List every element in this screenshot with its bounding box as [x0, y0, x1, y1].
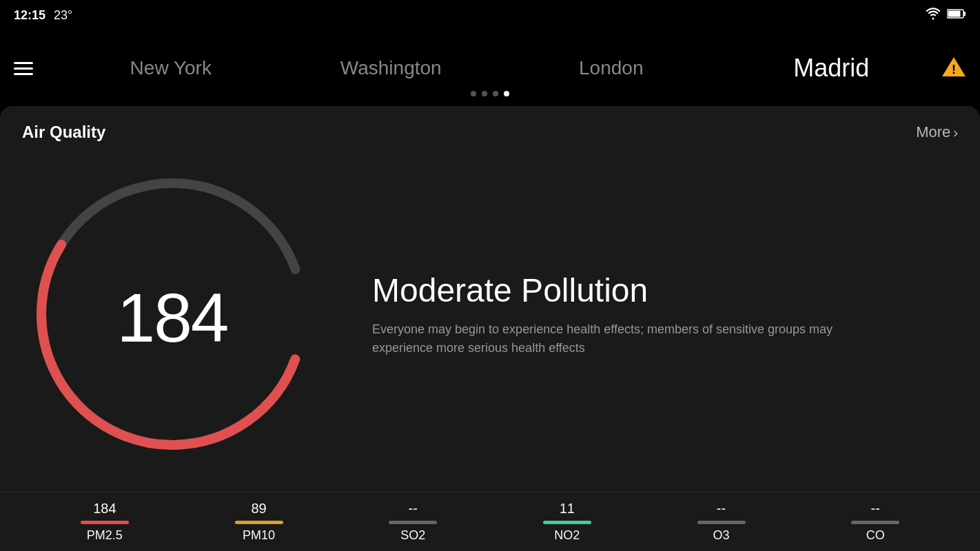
- air-quality-title: Air Quality: [22, 123, 105, 142]
- pollutant-pm25: 184 PM2.5: [28, 501, 182, 543]
- pm25-indicator: [81, 521, 129, 524]
- no2-indicator: [543, 521, 591, 524]
- so2-name: SO2: [400, 528, 425, 543]
- city-tab-washington[interactable]: Washington: [281, 57, 502, 79]
- pollution-desc: Everyone may begin to experience health …: [372, 320, 855, 357]
- more-link[interactable]: More ›: [916, 123, 958, 141]
- nav-dots: [471, 91, 509, 96]
- main-content: Air Quality More › 184 Moderate Pollutio…: [0, 106, 980, 551]
- city-name-madrid: Madrid: [793, 54, 869, 82]
- menu-icon[interactable]: [14, 62, 33, 75]
- so2-indicator: [389, 521, 437, 524]
- gauge-value: 184: [117, 278, 228, 357]
- nav-dot-4: [504, 91, 509, 96]
- city-tabs: New York Washington London Madrid: [61, 54, 941, 83]
- co-indicator: [851, 521, 899, 524]
- more-chevron-icon: ›: [953, 125, 958, 141]
- co-value: --: [871, 501, 880, 517]
- pm10-name: PM10: [243, 528, 275, 543]
- nav-bar: New York Washington London Madrid !: [0, 30, 980, 106]
- status-bar: 12:15 23°: [0, 0, 980, 30]
- city-name-new-york: New York: [130, 57, 212, 79]
- o3-indicator: [697, 521, 746, 524]
- o3-value: --: [717, 501, 726, 517]
- nav-dot-1: [471, 91, 476, 96]
- wifi-icon: [925, 8, 941, 23]
- pollutant-no2: 11 NO2: [490, 501, 644, 543]
- status-left: 12:15 23°: [14, 8, 72, 23]
- alert-icon[interactable]: !: [941, 56, 966, 81]
- pollutant-bar: 184 PM2.5 89 PM10 -- SO2 11 NO2 -- O3 --…: [0, 492, 980, 551]
- pm25-name: PM2.5: [87, 528, 123, 543]
- pollution-level: Moderate Pollution: [372, 271, 939, 309]
- more-label: More: [916, 123, 950, 141]
- no2-value: 11: [560, 501, 575, 517]
- status-time: 12:15: [14, 8, 45, 23]
- gauge-section: 184 Moderate Pollution Everyone may begi…: [0, 142, 980, 486]
- co-name: CO: [866, 528, 885, 543]
- so2-value: --: [409, 501, 418, 517]
- svg-rect-2: [948, 11, 961, 17]
- city-name-washington: Washington: [340, 57, 442, 79]
- city-tab-london[interactable]: London: [501, 57, 722, 79]
- battery-icon: [947, 8, 966, 22]
- gauge-container: 184: [14, 156, 331, 472]
- pollutant-pm10: 89 PM10: [182, 501, 336, 543]
- pollutant-o3: -- O3: [644, 501, 799, 543]
- o3-name: O3: [713, 528, 730, 543]
- pm10-indicator: [235, 521, 283, 524]
- pm25-value: 184: [93, 501, 116, 517]
- city-name-london: London: [579, 57, 643, 79]
- svg-text:!: !: [952, 63, 956, 76]
- pm10-value: 89: [251, 501, 266, 517]
- nav-dot-3: [493, 91, 498, 96]
- no2-name: NO2: [554, 528, 580, 543]
- air-quality-header: Air Quality More ›: [0, 106, 980, 142]
- pollutant-so2: -- SO2: [336, 501, 490, 543]
- pollutant-co: -- CO: [798, 501, 952, 543]
- city-tab-new-york[interactable]: New York: [61, 57, 281, 79]
- gauge-info: Moderate Pollution Everyone may begin to…: [331, 271, 939, 357]
- svg-rect-1: [963, 12, 966, 16]
- status-right: [925, 8, 966, 23]
- city-tab-madrid[interactable]: Madrid: [722, 54, 942, 83]
- status-temperature: 23°: [54, 8, 72, 23]
- nav-dot-2: [482, 91, 487, 96]
